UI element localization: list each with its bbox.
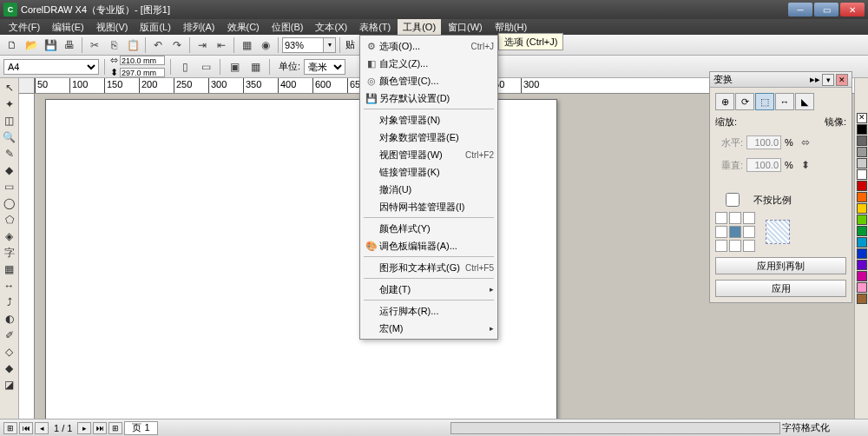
zoom-tool[interactable]: 🔍 [2,129,17,145]
rectangle-tool[interactable]: ▭ [2,179,17,195]
menu-item[interactable]: 对象数据管理器(E) [360,129,497,146]
color-swatch[interactable] [857,135,867,146]
zoom-combo[interactable]: ▾ [282,37,336,53]
color-swatch[interactable] [857,294,867,304]
menu-item[interactable]: ◎颜色管理(C)... [360,72,497,89]
nonproportional-checkbox[interactable] [715,193,750,207]
docker-close-button[interactable]: ✕ [836,74,848,86]
paper-size-select[interactable]: A4 [3,59,99,75]
menu-item[interactable]: 撤消(U) [360,181,497,198]
menu-item[interactable]: 链接管理器(K) [360,163,497,181]
open-button[interactable]: 📂 [23,36,40,54]
color-swatch[interactable] [857,192,867,202]
menu-版面[interactable]: 版面(L) [135,19,175,36]
unit-select[interactable]: 毫米 [304,59,345,75]
fill-tool[interactable]: ◆ [2,360,17,376]
eyedropper-tool[interactable]: ✐ [2,327,17,343]
blend-tool[interactable]: ◐ [2,311,17,327]
paste-button[interactable]: 📋 [124,36,141,54]
pick-tool[interactable]: ↖ [2,80,17,96]
maximize-button[interactable]: ▭ [814,3,838,17]
color-swatch[interactable] [857,169,867,180]
menu-item[interactable]: ◧自定义(Z)... [360,55,497,72]
add-page-after-button[interactable]: ⊞ [108,422,122,434]
page-height-input[interactable] [120,68,165,77]
text-tool[interactable]: 字 [2,245,17,261]
shape-tool[interactable]: ✦ [2,96,17,112]
scale-tab[interactable]: ⬚ [755,93,774,110]
apply-duplicate-button[interactable]: 应用到再制 [715,257,846,274]
rotate-tab[interactable]: ⟳ [735,93,754,110]
ellipse-tool[interactable]: ◯ [2,195,17,211]
menu-窗口[interactable]: 窗口(W) [443,19,488,36]
menu-item[interactable]: 运行脚本(R)... [360,302,497,320]
cut-button[interactable]: ✂ [86,36,103,54]
mirror-h-button[interactable]: ⬄ [797,134,814,151]
outline-tool[interactable]: ◇ [2,344,17,360]
next-page-button[interactable]: ▸ [77,422,91,434]
color-swatch[interactable] [857,158,867,168]
size-tab[interactable]: ↔ [775,93,794,110]
add-page-button[interactable]: ⊞ [3,422,17,434]
page-layout-button[interactable]: ▣ [226,58,243,76]
menu-效果[interactable]: 效果(C) [222,19,265,36]
skew-tab[interactable]: ◣ [795,93,814,110]
ruler-origin[interactable] [19,78,35,94]
zoom-dropdown[interactable]: ▾ [324,37,336,53]
crop-tool[interactable]: ◫ [2,113,17,129]
menu-编辑[interactable]: 编辑(E) [47,19,89,36]
docker-menu-button[interactable]: ▾ [822,74,834,86]
smart-fill-tool[interactable]: ◆ [2,162,17,178]
undo-button[interactable]: ↶ [149,36,167,54]
menu-item[interactable]: 🎨调色板编辑器(A)... [360,237,497,254]
new-button[interactable]: 🗋 [3,36,21,54]
freehand-tool[interactable]: ✎ [2,146,17,162]
menu-item[interactable]: 视图管理器(W)Ctrl+F2 [360,146,497,163]
position-tab[interactable]: ⊕ [715,93,734,110]
last-page-button[interactable]: ⏭ [93,422,107,434]
page-tab[interactable]: 页 1 [124,421,157,435]
export-button[interactable]: ⇤ [213,36,230,54]
menu-视图[interactable]: 视图(V) [91,19,134,36]
menu-工具[interactable]: 工具(O) [398,19,441,36]
prev-page-button[interactable]: ◂ [35,422,49,434]
minimize-button[interactable]: ─ [788,3,812,17]
menu-item[interactable]: 颜色样式(Y) [360,220,497,237]
color-swatch[interactable] [857,147,867,157]
no-color-swatch[interactable] [857,113,867,123]
color-swatch[interactable] [857,226,867,236]
color-swatch[interactable] [857,203,867,214]
docker-titlebar[interactable]: 变换 ▸▸ ▾ ✕ [710,72,852,88]
color-swatch[interactable] [857,248,867,259]
redo-button[interactable]: ↷ [168,36,186,54]
docker-collapse-icon[interactable]: ▸▸ [810,74,820,86]
menu-item[interactable]: 对象管理器(N) [360,111,497,129]
menu-item[interactable]: 图形和文本样式(G)Ctrl+F5 [360,259,497,276]
color-swatch[interactable] [857,282,867,293]
apply-button[interactable]: 应用 [715,280,846,297]
basic-shapes-tool[interactable]: ◈ [2,228,17,244]
vertical-ruler[interactable] [19,94,35,419]
connector-tool[interactable]: ⤴ [2,294,17,310]
welcome-button[interactable]: ◉ [257,36,274,54]
color-swatch[interactable] [857,124,867,135]
menu-排列[interactable]: 排列(A) [178,19,220,36]
menu-item[interactable]: 💾另存默认设置(D) [360,89,497,107]
table-tool[interactable]: ▦ [2,261,17,277]
interactive-fill-tool[interactable]: ◪ [2,377,17,393]
color-swatch[interactable] [857,260,867,270]
page-layout-button-2[interactable]: ▦ [247,58,264,76]
anchor-grid[interactable] [715,212,755,252]
copy-button[interactable]: ⎘ [105,36,122,54]
close-button[interactable]: ✕ [840,3,865,17]
mirror-v-button[interactable]: ⬍ [797,156,814,174]
color-swatch[interactable] [857,237,867,248]
import-button[interactable]: ⇥ [194,36,211,54]
color-swatch[interactable] [857,271,867,281]
landscape-button[interactable]: ▭ [197,58,214,76]
color-swatch[interactable] [857,181,867,191]
portrait-button[interactable]: ▯ [176,58,194,76]
first-page-button[interactable]: ⏮ [19,422,33,434]
print-button[interactable]: 🖶 [61,36,78,54]
dimension-tool[interactable]: ↔ [2,278,17,294]
